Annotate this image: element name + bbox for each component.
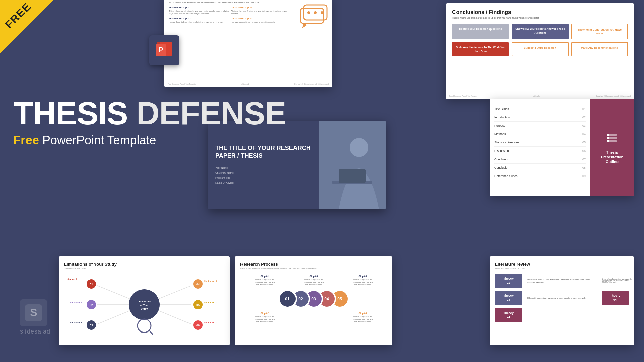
res-step-01-label: Step 01 [253,275,276,277]
title-slide-photo [319,121,386,209]
svg-text:Limitation 2: Limitation 2 [69,301,82,304]
lim-title: Limitations of Your Study [64,262,224,267]
lit-desc-01: you will not want to cover everything th… [525,278,599,284]
slide-toc: Title Slides 01 Introduction 02 Purpose … [490,99,634,196]
res-spacer [302,312,325,323]
ppt-icon-wrapper: P [148,34,181,67]
toc-icon-svg [605,131,619,144]
slide-limitations: Limitations of Your Study Limitations of… [59,256,230,345]
res-circles: 01 02 03 04 05 [240,290,387,308]
toc-num-6: 06 [582,149,586,153]
toc-right-title: Thesis Presentation Outline [595,150,629,164]
slide-literature: Literature review Areas that you may wis… [490,256,634,345]
toc-item-5: Statistical Analysis 05 [494,138,586,147]
concl-footer-right: Copyright © Slidesalad.com All rights re… [596,95,631,97]
chat-icon-svg [299,3,329,34]
slidesalad-name: slidesalad [20,328,50,335]
svg-text:04: 04 [196,283,200,286]
photo-svg [319,121,386,209]
res-step-01: Step 01 This is a sample text. You simpl… [253,275,276,286]
toc-item-3: Purpose 03 [494,122,586,130]
toc-num-1: 01 [582,107,586,111]
disc-tip1: Discussion Tip #1 This is where you will… [169,6,229,15]
lit-extra-desc: Areas of weakness that are currently hig… [600,277,634,283]
lit-theory-04: Theory04 [602,291,629,305]
disc-footer-left: Free Slidesalad PowerPoint Template [168,83,196,85]
toc-num-7: 07 [582,158,586,161]
lim-subtitle: Limitations of Your Study [64,267,224,269]
svg-text:P: P [159,46,164,54]
slide-conclusions: Conclusions / Findings This is where you… [446,3,634,99]
toc-label-3: Purpose [494,124,506,127]
res-subtitle: Provide information regarding how you ha… [240,267,387,269]
concl-box1: Restate Your Research Questions [452,24,509,39]
svg-text:03: 03 [90,324,93,327]
svg-text:of Your: of Your [140,304,149,307]
slide-research: Research Process Provide information reg… [235,256,392,345]
svg-text:Limitation 6: Limitation 6 [204,321,217,324]
disc-tip2-title: Discussion Tip #2 [231,6,290,9]
thesis-word: THESIS [13,95,128,131]
title-slide-advisor: Name Of Advisor [215,180,311,185]
lit-subtitle: Areas that you may wish to cover [495,267,629,269]
toc-num-9: 09 [582,174,586,178]
disc-tip3-title: Discussion Tip #3 [169,17,229,20]
toc-label-1: Title Slides [494,107,509,111]
svg-text:01: 01 [90,283,93,286]
res-step-04: Step 04 This is a sample text. You simpl… [351,312,374,323]
main-title-area: THESIS DEFENSE Free PowerPoint Template [13,97,286,147]
svg-rect-14 [607,134,609,136]
slide-discussion: Highlight what your results actually mea… [164,0,332,87]
slidesalad-logo: S slidesalad [20,299,50,335]
concl-box5: Suggest Future Research [512,42,568,56]
disc-tip1-title: Discussion Tip #1 [169,6,229,9]
toc-label-6: Discussion [494,149,509,153]
svg-text:Study: Study [141,307,148,310]
discussion-grid: Discussion Tip #1 This is where you will… [169,6,290,24]
svg-text:Limitation 5: Limitation 5 [204,301,217,304]
toc-label-2: Introduction [494,116,510,119]
title-slide-university: University Name [215,170,311,175]
concl-subtitle: This is where you summarize and tie up a… [452,17,628,19]
toc-label-8: Conclusion [494,166,509,169]
svg-text:06: 06 [196,324,200,327]
toc-num-4: 04 [582,132,586,136]
svg-point-9 [314,11,317,14]
res-step-02-label: Step 02 [253,312,276,314]
slidesalad-icon: S [20,299,47,326]
res-step-04-desc: This is a sample text. You simply add yo… [351,316,374,323]
concl-box2: Show How Your Results Answer These Quest… [512,24,568,39]
toc-item-8: Conclusion 08 [494,164,586,172]
slidesalad-svg-icon: S [23,303,44,323]
res-steps-top: Step 01 This is a sample text. You simpl… [240,275,387,286]
toc-label-4: Methods [494,132,506,136]
toc-num-3: 03 [582,124,586,127]
disc-footer-copy: Copyright © Slidesalad.com All rights re… [294,83,329,85]
concl-box3: Show What Contribution You Have Made [571,24,628,39]
svg-text:Limitations: Limitations [138,300,151,303]
concl-footer-left: Free Slidesalad PowerPoint Template [449,95,477,97]
res-step-03-desc: This is a sample text. You simply add yo… [302,279,325,286]
res-step-03: Step 03 This is a sample text. You simpl… [302,275,325,286]
disc-tip3-body: How do these findings relate to what oth… [169,21,229,24]
res-step-02-desc: This is a sample text. You simply add yo… [253,316,276,323]
toc-label-7: Conclusion [494,158,509,161]
toc-num-8: 08 [582,166,586,169]
res-step-04-label: Step 04 [351,312,374,314]
toc-item-4: Methods 04 [494,130,586,138]
res-steps-bottom: Step 02 This is a sample text. You simpl… [240,312,387,323]
toc-item-6: Discussion 06 [494,147,586,155]
svg-point-18 [350,138,368,157]
disc-tip2-body: What are the major findings and what do … [231,10,290,15]
ppt-icon-bg: P [149,35,179,65]
toc-label-9: Reference Slides [494,174,518,178]
concl-box4: State Any Limitations To The Work You Ha… [452,42,509,56]
res-title: Research Process [240,262,387,267]
svg-point-10 [321,11,323,14]
res-step-05-desc: This is a sample text. You simply add yo… [351,279,374,286]
toc-item-9: Reference Slides 09 [494,172,586,180]
svg-text:02: 02 [90,303,93,307]
toc-item-2: Introduction 02 [494,113,586,122]
disc-tip4-body: How can you explain any unusual or surpr… [231,21,290,24]
res-circle-01: 01 [278,290,297,308]
